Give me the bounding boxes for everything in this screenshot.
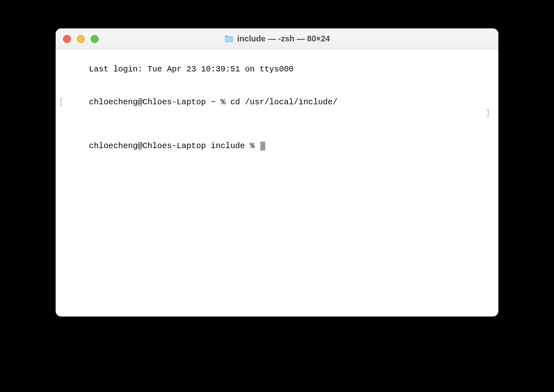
close-button[interactable] — [63, 35, 71, 43]
window-title: include — -zsh — 80×24 — [237, 34, 330, 43]
title-bar[interactable]: include — -zsh — 80×24 — [56, 28, 498, 50]
current-prompt-text: chloecheng@Chloes-Laptop include % — [89, 141, 260, 151]
minimize-button[interactable] — [77, 35, 85, 43]
title-content: include — -zsh — 80×24 — [56, 34, 498, 43]
cursor — [260, 142, 265, 151]
terminal-window: include — -zsh — 80×24 Last login: Tue A… — [56, 28, 498, 317]
prompt-text: chloecheng@Chloes-Laptop ~ % — [89, 97, 230, 107]
bracket-left: [ — [59, 97, 64, 108]
terminal-output-line: Last login: Tue Apr 23 10:39:51 on ttys0… — [60, 53, 494, 86]
bracket-right: ] — [485, 108, 490, 118]
folder-icon — [224, 35, 234, 43]
terminal-body[interactable]: Last login: Tue Apr 23 10:39:51 on ttys0… — [56, 50, 498, 317]
terminal-command-line: [chloecheng@Chloes-Laptop ~ % cd /usr/lo… — [60, 86, 494, 129]
traffic-lights — [63, 35, 99, 43]
maximize-button[interactable] — [91, 35, 99, 43]
command-text: cd /usr/local/include/ — [230, 97, 338, 107]
terminal-prompt-line: chloecheng@Chloes-Laptop include % — [60, 129, 494, 162]
last-login-text: Last login: Tue Apr 23 10:39:51 on ttys0… — [89, 65, 294, 74]
